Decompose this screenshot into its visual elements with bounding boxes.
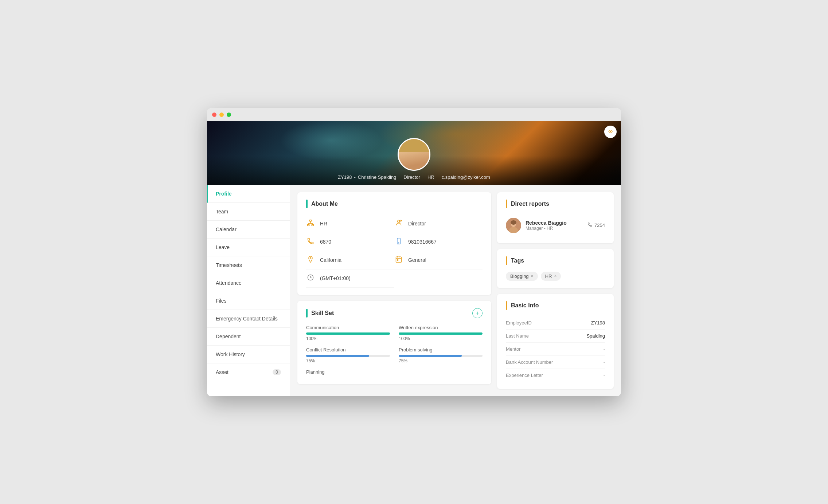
close-btn[interactable] bbox=[212, 113, 216, 117]
org-icon bbox=[306, 219, 315, 228]
hero-department: HR bbox=[427, 174, 434, 180]
sidebar-item-asset[interactable]: Asset 0 bbox=[207, 363, 290, 381]
minimize-btn[interactable] bbox=[219, 113, 224, 117]
calendar-icon bbox=[394, 256, 403, 265]
skill-bar-bg bbox=[399, 355, 483, 357]
info-row-bank: Bank Account Number - bbox=[506, 356, 605, 369]
svg-point-11 bbox=[310, 257, 311, 259]
sidebar: Profile Team Calendar Leave Timesheets A… bbox=[207, 185, 290, 396]
content-main: About Me bbox=[297, 192, 491, 389]
skill-bar-fill bbox=[306, 332, 390, 335]
card-accent-reports bbox=[506, 200, 507, 208]
skill-bar-bg bbox=[306, 355, 390, 357]
visibility-button[interactable]: 👁 bbox=[604, 126, 617, 138]
mobile-icon bbox=[394, 237, 403, 247]
sidebar-item-profile[interactable]: Profile bbox=[207, 185, 290, 203]
direct-reports-title: Direct reports bbox=[511, 201, 549, 207]
content-right: Direct reports Rebecca Biag bbox=[497, 192, 614, 389]
asset-badge: 0 bbox=[273, 369, 281, 375]
about-phone: 6870 bbox=[306, 233, 394, 251]
tag-hr: HR × bbox=[541, 272, 561, 281]
card-accent-basic bbox=[506, 301, 507, 310]
about-location: California bbox=[306, 251, 394, 269]
tag-blogging: Blogging × bbox=[506, 272, 538, 281]
basic-info-header: Basic Info bbox=[506, 301, 605, 310]
info-row-experience: Experience Letter - bbox=[506, 369, 605, 382]
sidebar-item-files[interactable]: Files bbox=[207, 292, 290, 310]
content-area: About Me bbox=[290, 185, 621, 396]
skill-bar-fill bbox=[399, 332, 483, 335]
hero-role: Director bbox=[403, 174, 420, 180]
skill-set-header: Skill Set + bbox=[306, 308, 483, 318]
info-row-mentor: Mentor - bbox=[506, 343, 605, 356]
about-me-grid: HR Director bbox=[306, 215, 483, 288]
location-icon bbox=[306, 256, 315, 265]
skill-bar-bg bbox=[306, 332, 390, 335]
avatar-hair bbox=[399, 139, 429, 152]
sidebar-item-team[interactable]: Team bbox=[207, 203, 290, 221]
skill-written-expression: Written expression 100% bbox=[399, 325, 483, 341]
eye-icon: 👁 bbox=[608, 129, 613, 135]
card-accent-tags bbox=[506, 256, 507, 265]
phone-icon bbox=[306, 237, 315, 247]
hero-email: c.spalding@zylker.com bbox=[442, 174, 490, 180]
skill-bar-bg bbox=[399, 332, 483, 335]
svg-rect-2 bbox=[312, 224, 313, 226]
skill-communication: Communication 100% bbox=[306, 325, 390, 341]
skills-grid: Communication 100% Written expression bbox=[306, 325, 483, 377]
add-skill-button[interactable]: + bbox=[472, 308, 483, 318]
about-shift: General bbox=[394, 251, 483, 269]
hero-banner: 👁 ZY198 - Christine Spalding Director HR… bbox=[207, 121, 621, 185]
skill-planning: Planning bbox=[306, 369, 390, 377]
svg-rect-16 bbox=[397, 259, 398, 260]
info-row-lastname: Last Name Spalding bbox=[506, 330, 605, 343]
svg-line-19 bbox=[310, 277, 312, 278]
about-mobile: 9810316667 bbox=[394, 233, 483, 251]
sidebar-item-emergency-contact[interactable]: Emergency Contact Details bbox=[207, 310, 290, 328]
tags-title: Tags bbox=[511, 257, 524, 264]
skill-set-title: Skill Set bbox=[311, 310, 334, 316]
about-me-header: About Me bbox=[306, 200, 483, 208]
tag-remove-blogging[interactable]: × bbox=[531, 273, 534, 279]
basic-info-title: Basic Info bbox=[511, 302, 539, 309]
direct-reports-card: Direct reports Rebecca Biag bbox=[497, 192, 614, 243]
tags-header: Tags bbox=[506, 256, 605, 265]
phone-small-icon bbox=[587, 222, 593, 228]
maximize-btn[interactable] bbox=[227, 113, 231, 117]
main-layout: Profile Team Calendar Leave Timesheets A… bbox=[207, 185, 621, 396]
sidebar-item-calendar[interactable]: Calendar bbox=[207, 221, 290, 239]
report-phone: 7254 bbox=[587, 222, 605, 228]
skill-set-card: Skill Set + Communication 100% Written bbox=[297, 301, 491, 384]
tags-container: Blogging × HR × bbox=[506, 272, 605, 281]
sidebar-item-attendance[interactable]: Attendance bbox=[207, 274, 290, 292]
skill-bar-fill bbox=[399, 355, 462, 357]
hero-employee-id: ZY198 - Christine Spalding bbox=[338, 174, 396, 180]
about-me-card: About Me bbox=[297, 192, 491, 295]
svg-rect-1 bbox=[308, 224, 309, 226]
svg-rect-12 bbox=[396, 257, 402, 262]
skill-conflict-resolution: Conflict Resolution 75% bbox=[306, 347, 390, 363]
hero-info: ZY198 - Christine Spalding Director HR c… bbox=[338, 174, 490, 180]
clock-icon bbox=[306, 274, 315, 283]
info-row-employeeid: EmployeeID ZY198 bbox=[506, 316, 605, 330]
svg-point-23 bbox=[511, 220, 516, 225]
skill-problem-solving: Problem solving 75% bbox=[399, 347, 483, 363]
sidebar-item-work-history[interactable]: Work History bbox=[207, 346, 290, 363]
card-accent-skills bbox=[306, 309, 308, 318]
sidebar-item-timesheets[interactable]: Timesheets bbox=[207, 256, 290, 274]
skill-bar-fill bbox=[306, 355, 369, 357]
titlebar bbox=[207, 108, 621, 121]
basic-info-card: Basic Info EmployeeID ZY198 Last Name Sp… bbox=[497, 294, 614, 389]
svg-point-8 bbox=[399, 220, 401, 222]
about-me-title: About Me bbox=[311, 201, 338, 207]
avatar bbox=[398, 138, 430, 171]
about-timezone: (GMT+01:00) bbox=[306, 269, 394, 288]
direct-reports-header: Direct reports bbox=[506, 200, 605, 208]
sidebar-item-dependent[interactable]: Dependent bbox=[207, 328, 290, 346]
sidebar-item-leave[interactable]: Leave bbox=[207, 239, 290, 256]
report-avatar bbox=[506, 218, 521, 233]
tag-remove-hr[interactable]: × bbox=[554, 273, 556, 279]
tags-card: Tags Blogging × HR × bbox=[497, 249, 614, 288]
report-info: Rebecca Biaggio Manager - HR bbox=[526, 220, 583, 231]
about-role: Director bbox=[394, 215, 483, 233]
